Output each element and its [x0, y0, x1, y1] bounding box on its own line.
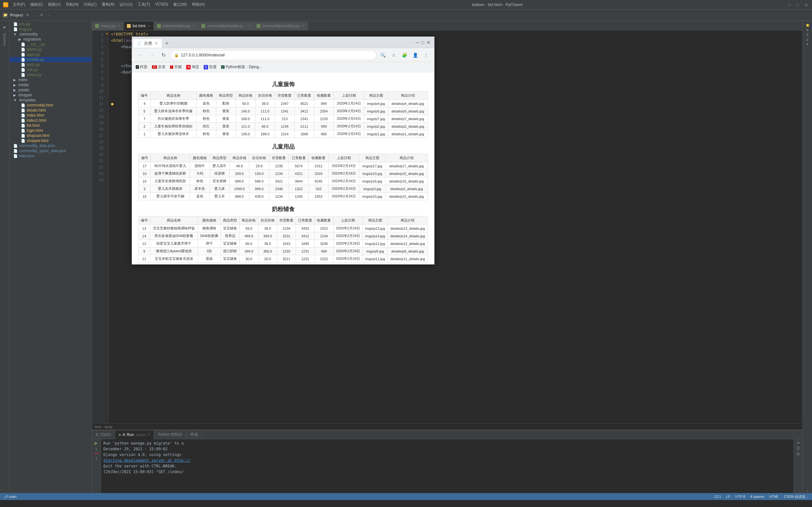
bookmark-django[interactable]: C Python框架：Djang...: [221, 64, 262, 70]
right-icon-2[interactable]: ★: [806, 28, 809, 32]
tab-todo[interactable]: 6: TODO: [92, 430, 115, 439]
back-button[interactable]: ←: [136, 50, 145, 60]
refresh-button[interactable]: ↻: [159, 50, 168, 60]
structure-label[interactable]: Structure: [2, 32, 7, 47]
tab-list-html[interactable]: list.html ✕: [124, 22, 154, 30]
tab-commodity-models2[interactable]: commodity\models.py ✕: [253, 22, 307, 30]
close-button[interactable]: ✕: [804, 3, 809, 7]
tab-views-py[interactable]: views.py ✕: [92, 22, 124, 30]
tab-commodity-models1[interactable]: commodity\models.p... ✕: [198, 22, 253, 30]
tree-item-wsgi[interactable]: 📄wsgi.py: [9, 26, 92, 32]
tree-item-urls-commodity[interactable]: 📄urls.py: [9, 67, 92, 72]
run-settings-icon[interactable]: ⚙: [797, 452, 800, 456]
bookmark-douyin[interactable]: d 抖音: [136, 64, 148, 70]
menu-edit[interactable]: 编辑(E): [28, 1, 45, 8]
menu-window[interactable]: 窗口(W): [171, 1, 189, 8]
tab-close-commodity1[interactable]: ✕: [247, 24, 250, 28]
status-git[interactable]: ⎇ main: [4, 495, 16, 499]
right-icon-1[interactable]: ⭐: [806, 23, 809, 27]
tab-run-active[interactable]: ▶ 4: Run babies ✕: [115, 430, 154, 439]
run-scroll-down[interactable]: ↓: [95, 455, 97, 460]
browser-profile-icon[interactable]: 👤: [411, 51, 420, 60]
tree-item-views-commodity[interactable]: 📄views.py: [9, 72, 92, 77]
tree-item-index-folder[interactable]: ▶index: [9, 77, 92, 82]
status-indent[interactable]: 4 spaces: [750, 495, 764, 498]
browser-tab-active[interactable]: 📄 分类 ✕: [133, 39, 162, 48]
browser-menu-icon[interactable]: ⋮: [421, 51, 430, 60]
status-lf[interactable]: LF: [726, 495, 730, 498]
tree-item-login-html[interactable]: 📄login.html: [9, 128, 92, 133]
tree-item-media-folder[interactable]: ▶media: [9, 82, 92, 88]
browser-minimize-button[interactable]: ─: [416, 40, 419, 45]
tree-item-templates-folder[interactable]: ▼templates: [9, 98, 92, 103]
menu-tools[interactable]: 工具(T): [136, 1, 152, 8]
tree-item-index1-html[interactable]: 📄index1.html: [9, 118, 92, 123]
breadcrumb-html[interactable]: html: [95, 425, 101, 429]
run-filter-icon[interactable]: ☰: [797, 446, 800, 451]
tree-item-models[interactable]: 📄models.py: [9, 57, 92, 62]
menu-bar[interactable]: 文件(F) 编辑(E) 视图(V) 导航(N) 代码(C) 重构(R) 运行(U…: [11, 1, 207, 8]
tree-item-urls-root[interactable]: 📄urls.py: [9, 21, 92, 26]
menu-run[interactable]: 运行(U): [118, 1, 135, 8]
address-bar[interactable]: 🔒 127.0.0.1:8000/index/all: [170, 50, 376, 60]
bookmark-taobao[interactable]: 淘 淘宝: [186, 64, 199, 70]
forward-button[interactable]: →: [147, 50, 157, 60]
browser-extensions-icon[interactable]: 🧩: [400, 51, 409, 60]
run-stop-button[interactable]: [94, 453, 99, 454]
tree-item-pstatic-folder[interactable]: ▶pstatic: [9, 88, 92, 93]
browser-new-tab-button[interactable]: +: [162, 39, 171, 48]
browser-search-icon[interactable]: 🔍: [378, 51, 387, 60]
tree-item-shopper-html[interactable]: 📄shopper.html: [9, 138, 92, 143]
toolbar-icon1[interactable]: ⚙: [25, 13, 30, 18]
tree-item-data-json[interactable]: 📄data.json: [9, 153, 92, 158]
run-scroll-up[interactable]: ↑: [95, 447, 97, 452]
browser-content[interactable]: 儿童服饰编号商品名称颜色规格商品类型商品价格折后价格存货数量已售数量收藏数量上架…: [132, 72, 434, 264]
tree-item-commodity-data[interactable]: 📄commodity_data.json: [9, 143, 92, 148]
browser-star-icon[interactable]: ☆: [389, 51, 398, 60]
bookmark-tmall[interactable]: T 天猫: [170, 64, 182, 70]
toolbar-icon2[interactable]: ↕: [32, 13, 37, 18]
tab-close-commodity2[interactable]: ✕: [301, 24, 304, 28]
left-icon-1[interactable]: ▶: [1, 23, 8, 31]
menu-refactor[interactable]: 重构(R): [100, 1, 117, 8]
tab-close-index-models[interactable]: ✕: [192, 24, 195, 28]
browser-tab-close[interactable]: ✕: [155, 41, 158, 46]
tree-item-init[interactable]: 📄__init__.py: [9, 42, 92, 47]
tree-item-list-html[interactable]: 📄list.html: [9, 123, 92, 128]
tree-item-commodity-types-data[interactable]: 📄commodity_types_data.json: [9, 148, 92, 153]
right-icon-5[interactable]: ▼: [806, 43, 809, 46]
tab-terminal[interactable]: 终端: [187, 430, 202, 439]
minimize-button[interactable]: ─: [788, 3, 792, 7]
right-icon-4[interactable]: ▲: [806, 38, 809, 41]
run-line-4[interactable]: Starting development server at http://: [103, 458, 791, 463]
tree-item-tests[interactable]: 📄tests.py: [9, 62, 92, 67]
maximize-button[interactable]: □: [796, 3, 801, 7]
tree-item-shopper-folder[interactable]: ▶shopper: [9, 93, 92, 98]
window-controls[interactable]: ─ □ ✕: [788, 3, 809, 7]
tree-item-commodity-html[interactable]: 📄commodity.html: [9, 103, 92, 108]
tree-item-migrations[interactable]: ▶migrations: [9, 37, 92, 42]
menu-help[interactable]: 帮助(H): [190, 1, 207, 8]
toolbar-icon4[interactable]: −: [46, 13, 51, 18]
tree-item-apps[interactable]: 📄apps.py: [9, 52, 92, 57]
menu-view[interactable]: 视图(V): [46, 1, 62, 8]
browser-close-button[interactable]: ✕: [426, 40, 430, 45]
tab-close-list[interactable]: ✕: [148, 24, 150, 28]
tab-python-console[interactable]: Python 控制台: [154, 430, 187, 439]
tree-item-admin[interactable]: 📄admin.py: [9, 47, 92, 52]
menu-vcs[interactable]: VCS(S): [153, 1, 170, 8]
run-wrap-icon[interactable]: ⇌: [797, 441, 800, 445]
right-icon-3[interactable]: ☰: [806, 33, 809, 37]
menu-navigate[interactable]: 导航(N): [64, 1, 81, 8]
breadcrumb-body[interactable]: body: [105, 425, 112, 429]
tree-item-index-html[interactable]: 📄index.html: [9, 113, 92, 118]
tree-item-commodity-folder[interactable]: ▼commodity: [9, 32, 92, 37]
right-icon-bottom[interactable]: ☆: [806, 490, 809, 493]
bookmark-jd[interactable]: JD 京东: [152, 64, 165, 70]
tree-item-shopcart-html[interactable]: 📄shopcart.html: [9, 133, 92, 138]
status-encoding[interactable]: UTF-8: [735, 495, 745, 498]
bookmark-baidu[interactable]: 百 百度: [204, 64, 217, 70]
run-play-button[interactable]: ▶: [95, 441, 98, 446]
project-icon[interactable]: 📁: [3, 12, 8, 18]
toolbar-icon3[interactable]: ⚙: [39, 13, 44, 18]
